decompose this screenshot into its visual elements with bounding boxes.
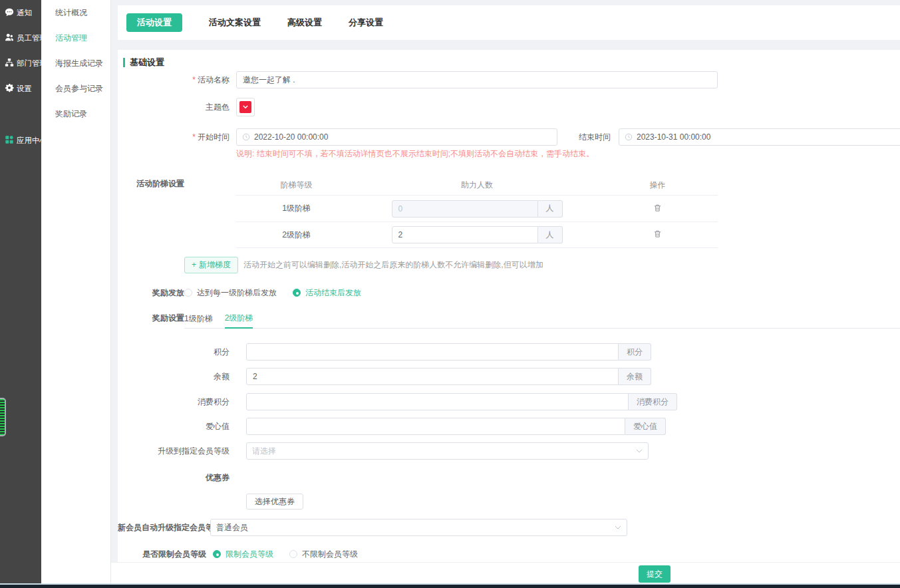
love-value-label: 爱心值 — [118, 418, 229, 435]
ladder-level: 2级阶梯 — [236, 229, 357, 241]
clock-icon — [242, 133, 250, 141]
balance-suffix: 余额 — [619, 368, 651, 385]
radio-icon — [293, 289, 301, 297]
ladder-table-header: 阶梯等级 助力人数 操作 — [236, 175, 718, 195]
choose-coupon-button[interactable]: 选择优惠券 — [246, 494, 303, 510]
tab-activity-settings[interactable]: 活动设置 — [126, 13, 182, 32]
submenu-item-reward-records[interactable]: 奖励记录 — [41, 101, 110, 126]
column-action: 操作 — [597, 180, 718, 191]
new-member-level-label: 新会员自动升级指定会员等级 — [118, 519, 206, 536]
trash-icon — [653, 229, 662, 238]
delete-ladder-row-button[interactable] — [652, 228, 663, 241]
love-value-input[interactable] — [246, 418, 625, 435]
start-time-value: 2022-10-20 00:00:00 — [254, 132, 328, 142]
sidebar-item-label: 部门管理 — [17, 59, 47, 69]
sidebar-item-departments[interactable]: 部门管理 — [0, 51, 41, 76]
people-unit-suffix: 人 — [538, 226, 563, 243]
tab-advanced-settings[interactable]: 高级设置 — [287, 17, 322, 29]
limit-level-label: 是否限制会员等级 — [118, 549, 206, 559]
end-time-input[interactable]: 2023-10-31 00:00:00 — [619, 128, 900, 146]
plus-icon: + — [192, 260, 196, 269]
delete-ladder-row-button[interactable] — [652, 202, 663, 216]
reward-release-label: 奖励发放 — [118, 287, 184, 298]
edge-stripe-widget — [0, 398, 6, 436]
radio-icon — [184, 289, 192, 297]
clock-icon — [625, 133, 633, 141]
submenu-item-activity[interactable]: 活动管理 — [41, 25, 110, 51]
activity-name-input[interactable] — [236, 71, 718, 88]
radio-icon — [213, 550, 221, 558]
submit-button[interactable]: 提交 — [639, 565, 671, 583]
ladder-level: 1级阶梯 — [236, 203, 357, 214]
start-time-label: 开始时间 — [118, 128, 229, 146]
submenu-item-poster-records[interactable]: 海报生成记录 — [41, 51, 110, 76]
sidebar-item-staff[interactable]: 员工管理 — [0, 25, 41, 51]
theme-color-label: 主题色 — [118, 98, 229, 116]
ladder-row-2: 2级阶梯 人 — [236, 221, 718, 248]
radio-limit-level[interactable]: 限制会员等级 — [213, 549, 273, 560]
section-title: 基础设置 — [130, 57, 164, 69]
sidebar-item-settings[interactable]: 设置 — [0, 76, 41, 101]
ladder-table: 阶梯等级 助力人数 操作 1级阶梯 人 — [236, 175, 718, 248]
select-value: 普通会员 — [216, 522, 248, 533]
user-icon — [5, 33, 14, 43]
consume-points-suffix: 消费积分 — [629, 393, 677, 410]
ladder-people-input-1[interactable] — [392, 200, 538, 218]
ladder-row-1: 1级阶梯 人 — [236, 195, 718, 221]
reward-tab-stage-2[interactable]: 2级阶梯 — [225, 313, 253, 329]
points-suffix: 积分 — [619, 343, 651, 361]
consume-points-input[interactable] — [246, 393, 629, 410]
upgrade-level-select[interactable]: 请选择 — [246, 442, 649, 460]
radio-release-per-stage[interactable]: 达到每一级阶梯后发放 — [184, 287, 277, 299]
consume-points-label: 消费积分 — [118, 393, 229, 410]
footer-action-bar: 提交 — [111, 562, 900, 585]
primary-sidebar: 通知 员工管理 部门管理 设置 应用中心 — [0, 0, 41, 584]
chevron-down-icon — [615, 525, 621, 530]
love-value-suffix: 爱心值 — [625, 418, 666, 435]
submenu-item-stats[interactable]: 统计概况 — [41, 0, 110, 25]
radio-icon — [289, 550, 297, 558]
column-people: 助力人数 — [357, 180, 597, 191]
sidebar-item-label: 通知 — [17, 8, 32, 18]
sidebar-item-app-center[interactable]: 应用中心 — [0, 128, 41, 153]
select-placeholder: 请选择 — [252, 446, 276, 457]
people-unit-suffix: 人 — [538, 200, 563, 218]
sidebar-item-label: 设置 — [17, 84, 32, 94]
tab-copy-settings[interactable]: 活动文案设置 — [209, 17, 261, 29]
theme-color-swatch — [239, 101, 251, 113]
end-time-note: 说明: 结束时间可不填，若不填活动详情页也不展示结束时间;不填则活动不会自动结束… — [236, 148, 900, 159]
section-basic-settings: 基础设置 — [123, 57, 900, 69]
end-time-value: 2023-10-31 00:00:00 — [637, 132, 710, 142]
sidebar-item-notifications[interactable]: 通知 — [0, 0, 41, 25]
section-accent-bar — [123, 58, 125, 67]
column-level: 阶梯等级 — [236, 180, 357, 191]
points-input[interactable] — [246, 343, 619, 361]
sidebar-item-label: 应用中心 — [17, 136, 47, 146]
radio-release-after-end[interactable]: 活动结束后发放 — [293, 287, 361, 299]
app-window: 通知 员工管理 部门管理 设置 应用中心 统计概况 活动管理 海报生成记录 会员… — [0, 0, 900, 588]
reward-setting-label: 奖励设置 — [118, 313, 184, 323]
apps-icon — [5, 135, 14, 146]
trash-icon — [653, 204, 662, 212]
tab-share-settings[interactable]: 分享设置 — [349, 17, 383, 29]
reward-stage-tabs: 1级阶梯 2级阶梯 — [184, 313, 900, 329]
theme-color-picker[interactable] — [236, 98, 255, 116]
points-label: 积分 — [118, 343, 229, 361]
balance-input[interactable] — [246, 368, 619, 385]
main-area: 活动设置 活动文案设置 高级设置 分享设置 基础设置 活动名称 主题色 — [111, 0, 900, 588]
ladder-people-input-2[interactable] — [392, 226, 538, 243]
new-member-level-select[interactable]: 普通会员 — [210, 519, 627, 536]
start-time-input[interactable]: 2022-10-20 00:00:00 — [236, 128, 557, 146]
sidebar-item-label: 员工管理 — [17, 33, 47, 43]
submenu-item-member-records[interactable]: 会员参与记录 — [41, 76, 110, 101]
message-icon — [5, 7, 14, 18]
ladder-section-label: 活动阶梯设置 — [118, 175, 184, 192]
balance-label: 余额 — [118, 368, 229, 385]
ladder-hint: 活动开始之前可以编辑删除,活动开始之后原来的阶梯人数不允许编辑删除,但可以增加 — [243, 259, 543, 271]
add-ladder-button[interactable]: + 新增梯度 — [184, 257, 238, 273]
radio-no-limit-level[interactable]: 不限制会员等级 — [289, 549, 358, 560]
department-icon — [5, 58, 14, 69]
reward-tab-stage-1[interactable]: 1级阶梯 — [184, 313, 213, 329]
coupon-label: 优惠券 — [118, 472, 229, 483]
activity-name-label: 活动名称 — [118, 71, 229, 88]
